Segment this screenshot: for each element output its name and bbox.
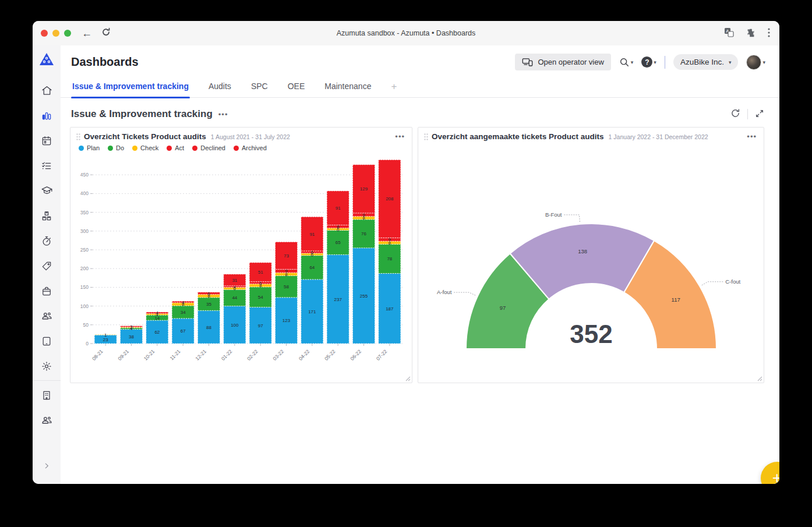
minimize-window-button[interactable] bbox=[52, 30, 59, 37]
tab-oee[interactable]: OEE bbox=[287, 79, 306, 97]
svg-text:1: 1 bbox=[104, 333, 107, 338]
search-icon bbox=[619, 57, 630, 68]
browser-reload-button[interactable] bbox=[101, 27, 111, 40]
svg-text:23: 23 bbox=[103, 337, 108, 342]
svg-text:0: 0 bbox=[86, 341, 89, 346]
main-content: Dashboards Open operator view ▾ ? ▾ bbox=[61, 45, 779, 484]
section-more-button[interactable]: ••• bbox=[218, 110, 228, 119]
card-title: Overzicht Tickets Product audits bbox=[84, 132, 206, 141]
legend-item-archived[interactable]: Archived bbox=[234, 144, 267, 151]
svg-text:54: 54 bbox=[258, 295, 263, 300]
legend-item-check[interactable]: Check bbox=[132, 144, 158, 151]
svg-text:88: 88 bbox=[206, 325, 211, 330]
resize-handle-icon[interactable] bbox=[405, 376, 411, 381]
svg-text:3: 3 bbox=[130, 324, 133, 330]
maximize-window-button[interactable] bbox=[64, 30, 71, 37]
add-dashboard-tab-button[interactable]: + bbox=[390, 79, 398, 97]
fullscreen-button[interactable] bbox=[754, 108, 765, 121]
operators-icon bbox=[41, 414, 53, 426]
svg-text:31: 31 bbox=[232, 278, 237, 283]
refresh-dashboard-button[interactable] bbox=[729, 107, 742, 121]
drag-handle-icon[interactable] bbox=[76, 133, 80, 140]
sidebar-item-operators[interactable] bbox=[33, 408, 61, 433]
sidebar-item-planning[interactable] bbox=[33, 128, 61, 153]
svg-text:73: 73 bbox=[284, 253, 289, 259]
sidebar-item-products[interactable] bbox=[33, 203, 61, 228]
svg-text:64: 64 bbox=[309, 265, 315, 270]
account-menu-button[interactable]: ▾ bbox=[746, 55, 765, 70]
svg-text:171: 171 bbox=[308, 309, 316, 314]
sidebar-item-home[interactable] bbox=[33, 78, 61, 103]
organization-selector[interactable]: AzuBike Inc. ▾ bbox=[673, 54, 739, 70]
card-menu-button[interactable]: ••• bbox=[395, 132, 405, 141]
legend-label: Declined bbox=[200, 144, 225, 151]
svg-text:B-Fout: B-Fout bbox=[545, 211, 562, 218]
browser-chrome: ← Azumuta sandbox - Azumuta • Dashboards… bbox=[33, 21, 779, 45]
resize-handle-icon[interactable] bbox=[757, 376, 762, 381]
gauge-total-value: 352 bbox=[570, 320, 612, 348]
svg-text:07-22: 07-22 bbox=[375, 348, 389, 362]
sidebar-item-devices[interactable] bbox=[33, 328, 61, 353]
help-button[interactable]: ? ▾ bbox=[641, 56, 656, 68]
svg-text:35: 35 bbox=[206, 302, 211, 307]
search-button[interactable]: ▾ bbox=[619, 57, 634, 68]
svg-text:38: 38 bbox=[129, 334, 134, 339]
azumuta-logo[interactable] bbox=[38, 51, 55, 70]
tab-audits[interactable]: Audits bbox=[207, 79, 232, 97]
sidebar-item-settings[interactable] bbox=[33, 353, 61, 379]
gear-icon bbox=[41, 360, 52, 372]
svg-text:04-22: 04-22 bbox=[298, 348, 311, 362]
sidebar-item-dashboards[interactable] bbox=[33, 103, 61, 128]
sidebar-item-orders[interactable] bbox=[33, 278, 61, 303]
svg-text:97: 97 bbox=[258, 323, 263, 328]
tab-issue-improvement-tracking[interactable]: Issue & Improvement tracking bbox=[71, 79, 190, 97]
tools-divider bbox=[747, 109, 748, 119]
sidebar-item-tasks[interactable] bbox=[33, 153, 61, 178]
expand-icon bbox=[755, 109, 764, 118]
svg-text:11-21: 11-21 bbox=[169, 348, 182, 361]
legend-item-act[interactable]: Act bbox=[167, 144, 184, 151]
sidebar-item-teams[interactable] bbox=[33, 303, 61, 328]
svg-text:02-22: 02-22 bbox=[246, 348, 259, 362]
add-widget-fab[interactable]: + bbox=[761, 462, 779, 484]
svg-text:51: 51 bbox=[258, 270, 263, 275]
svg-text:97: 97 bbox=[499, 305, 506, 311]
card-menu-button[interactable]: ••• bbox=[747, 132, 757, 141]
sidebar-item-time[interactable] bbox=[33, 228, 61, 253]
svg-text:A-fout: A-fout bbox=[436, 289, 451, 295]
svg-text:237: 237 bbox=[334, 297, 342, 302]
page-title: Dashboards bbox=[71, 55, 139, 69]
legend-item-do[interactable]: Do bbox=[108, 144, 124, 151]
sidebar-item-tags[interactable] bbox=[33, 253, 61, 278]
translate-button[interactable]: A bbox=[723, 26, 735, 40]
card-title: Overzicht aangemaakte tickets Product au… bbox=[432, 132, 604, 141]
close-window-button[interactable] bbox=[41, 30, 48, 37]
sidebar-item-training[interactable] bbox=[33, 178, 61, 203]
team-icon bbox=[41, 310, 53, 322]
tab-spc[interactable]: SPC bbox=[250, 79, 269, 97]
drag-handle-icon[interactable] bbox=[424, 133, 428, 140]
sidebar-collapse-button[interactable] bbox=[33, 453, 61, 478]
browser-menu-button[interactable] bbox=[767, 27, 771, 40]
svg-text:200: 200 bbox=[80, 266, 89, 271]
svg-text:58: 58 bbox=[284, 284, 289, 289]
open-operator-view-button[interactable]: Open operator view bbox=[515, 54, 610, 70]
legend-label: Do bbox=[116, 144, 124, 151]
browser-back-button[interactable]: ← bbox=[82, 27, 92, 40]
tab-maintenance[interactable]: Maintenance bbox=[323, 79, 372, 97]
extensions-button[interactable] bbox=[744, 26, 757, 41]
sidebar-item-company[interactable] bbox=[33, 383, 61, 408]
gauge-chart: 97A-fout138B-Fout117C-fout352 bbox=[422, 148, 760, 366]
legend-item-declined[interactable]: Declined bbox=[192, 144, 225, 151]
svg-text:10-21: 10-21 bbox=[143, 348, 156, 362]
svg-text:91: 91 bbox=[309, 232, 315, 237]
svg-text:300: 300 bbox=[80, 228, 89, 234]
sidebar-divider bbox=[33, 380, 61, 381]
svg-text:76: 76 bbox=[361, 231, 366, 236]
chart-legend: PlanDoCheckActDeclinedArchived bbox=[70, 142, 412, 151]
help-icon: ? bbox=[641, 56, 652, 68]
boxes-icon bbox=[41, 210, 52, 222]
svg-text:129: 129 bbox=[360, 186, 368, 192]
legend-item-plan[interactable]: Plan bbox=[79, 144, 100, 151]
bag-icon bbox=[41, 285, 52, 297]
